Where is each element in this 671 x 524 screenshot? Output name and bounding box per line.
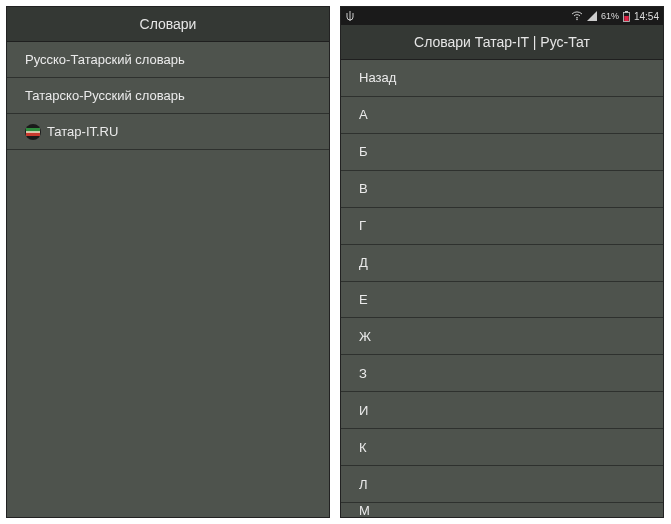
list-item-label: И <box>359 403 645 418</box>
letter-item[interactable]: М <box>341 503 663 517</box>
battery-icon <box>623 11 630 22</box>
phone-screen-alphabet: 61% 14:54 Словари Татар-IT | Рус-Тат Наз… <box>340 6 664 518</box>
dictionary-item-tat-rus[interactable]: Татарско-Русский словарь <box>7 78 329 114</box>
list-item-label: М <box>359 503 645 517</box>
list-item-label: К <box>359 440 645 455</box>
status-bar: 61% 14:54 <box>341 7 663 25</box>
list-item-label: Д <box>359 255 645 270</box>
list-item-label: Г <box>359 218 645 233</box>
list-item-label: Назад <box>359 70 645 85</box>
header-bar: Словари Татар-IT | Рус-Тат <box>341 25 663 60</box>
tatar-it-flag-icon <box>25 124 47 140</box>
empty-area <box>7 150 329 517</box>
header-title: Словари <box>140 16 197 32</box>
back-item[interactable]: Назад <box>341 60 663 97</box>
signal-icon <box>587 11 597 21</box>
wifi-icon <box>571 11 583 21</box>
dictionary-item-tatar-it-ru[interactable]: Татар-IT.RU <box>7 114 329 150</box>
list-item-label: Татар-IT.RU <box>47 124 311 139</box>
list-item-label: Б <box>359 144 645 159</box>
letter-item[interactable]: В <box>341 171 663 208</box>
list-item-label: Ж <box>359 329 645 344</box>
svg-point-4 <box>576 19 578 21</box>
clock-time: 14:54 <box>634 11 659 22</box>
list-item-label: А <box>359 107 645 122</box>
letter-item[interactable]: Д <box>341 245 663 282</box>
alphabet-list: Назад А Б В Г Д Е Ж З И К Л М <box>341 60 663 517</box>
letter-item[interactable]: Б <box>341 134 663 171</box>
list-item-label: З <box>359 366 645 381</box>
letter-item[interactable]: Л <box>341 466 663 503</box>
letter-item[interactable]: Ж <box>341 318 663 355</box>
svg-rect-3 <box>26 131 40 133</box>
list-item-label: Л <box>359 477 645 492</box>
letter-item[interactable]: А <box>341 97 663 134</box>
header-bar: Словари <box>7 7 329 42</box>
list-item-label: В <box>359 181 645 196</box>
list-item-label: Татарско-Русский словарь <box>25 88 311 103</box>
phone-screen-dictionaries: Словари Русско-Татарский словарь Татарск… <box>6 6 330 518</box>
letter-item[interactable]: Е <box>341 282 663 319</box>
list-item-label: Русско-Татарский словарь <box>25 52 311 67</box>
letter-item[interactable]: И <box>341 392 663 429</box>
dictionary-list: Русско-Татарский словарь Татарско-Русски… <box>7 42 329 517</box>
header-title: Словари Татар-IT | Рус-Тат <box>414 34 590 50</box>
letter-item[interactable]: Г <box>341 208 663 245</box>
battery-percent: 61% <box>601 11 619 21</box>
dictionary-item-rus-tat[interactable]: Русско-Татарский словарь <box>7 42 329 78</box>
list-item-label: Е <box>359 292 645 307</box>
letter-item[interactable]: З <box>341 355 663 392</box>
svg-rect-7 <box>624 16 628 21</box>
letter-item[interactable]: К <box>341 429 663 466</box>
psi-icon <box>345 11 355 21</box>
